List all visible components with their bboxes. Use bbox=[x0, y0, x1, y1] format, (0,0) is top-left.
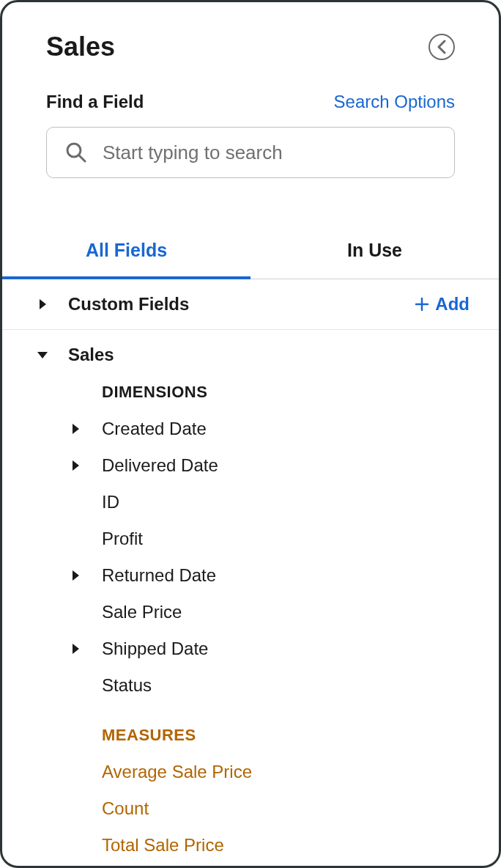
expand-icon bbox=[31, 299, 53, 309]
search-options-link[interactable]: Search Options bbox=[334, 92, 455, 112]
add-label: Add bbox=[435, 294, 470, 315]
search-icon bbox=[64, 141, 88, 164]
dimensions-heading: DIMENSIONS bbox=[102, 383, 470, 402]
expand-icon bbox=[73, 460, 102, 471]
custom-fields-label: Custom Fields bbox=[68, 294, 415, 315]
measure-count[interactable]: Count bbox=[31, 790, 470, 827]
field-label: Created Date bbox=[102, 419, 207, 439]
measures-heading: MEASURES bbox=[102, 726, 470, 745]
dimension-delivered-date[interactable]: Delivered Date bbox=[31, 447, 470, 484]
dimension-sale-price[interactable]: Sale Price bbox=[31, 594, 470, 630]
page-title: Sales bbox=[46, 32, 115, 62]
dimension-id[interactable]: ID bbox=[31, 484, 470, 521]
field-label: Count bbox=[102, 798, 149, 819]
field-label: Shipped Date bbox=[102, 639, 208, 659]
tab-in-use[interactable]: In Use bbox=[250, 222, 499, 279]
custom-fields-row[interactable]: Custom Fields Add bbox=[2, 279, 499, 330]
field-label: Total Sale Price bbox=[102, 835, 224, 856]
measure-total-sale-price[interactable]: Total Sale Price bbox=[31, 827, 470, 864]
find-field-label: Find a Field bbox=[46, 92, 144, 112]
search-box[interactable] bbox=[46, 127, 455, 178]
search-input[interactable] bbox=[103, 141, 437, 164]
collapse-button[interactable] bbox=[428, 34, 455, 60]
expand-icon bbox=[73, 570, 102, 581]
field-label: Status bbox=[102, 675, 152, 696]
plus-icon bbox=[415, 297, 429, 312]
field-label: ID bbox=[102, 492, 119, 512]
field-label: Sale Price bbox=[102, 602, 182, 622]
chevron-left-icon bbox=[437, 40, 447, 54]
dimension-status[interactable]: Status bbox=[31, 667, 470, 704]
sales-label: Sales bbox=[68, 345, 470, 365]
expand-icon bbox=[73, 644, 102, 654]
tab-all-fields[interactable]: All Fields bbox=[2, 222, 250, 279]
dimension-profit[interactable]: Profit bbox=[31, 521, 470, 557]
field-label: Average Sale Price bbox=[102, 762, 252, 782]
field-label: Returned Date bbox=[102, 565, 216, 586]
collapse-icon bbox=[31, 352, 53, 358]
measure-average-sale-price[interactable]: Average Sale Price bbox=[31, 754, 470, 790]
dimension-returned-date[interactable]: Returned Date bbox=[31, 557, 470, 594]
dimension-created-date[interactable]: Created Date bbox=[31, 411, 470, 447]
dimension-shipped-date[interactable]: Shipped Date bbox=[31, 630, 470, 667]
sales-section-header[interactable]: Sales bbox=[31, 345, 470, 365]
svg-line-1 bbox=[79, 155, 85, 161]
expand-icon bbox=[73, 424, 102, 434]
field-label: Profit bbox=[102, 529, 143, 549]
field-label: Delivered Date bbox=[102, 455, 218, 476]
add-custom-field-button[interactable]: Add bbox=[415, 294, 470, 315]
